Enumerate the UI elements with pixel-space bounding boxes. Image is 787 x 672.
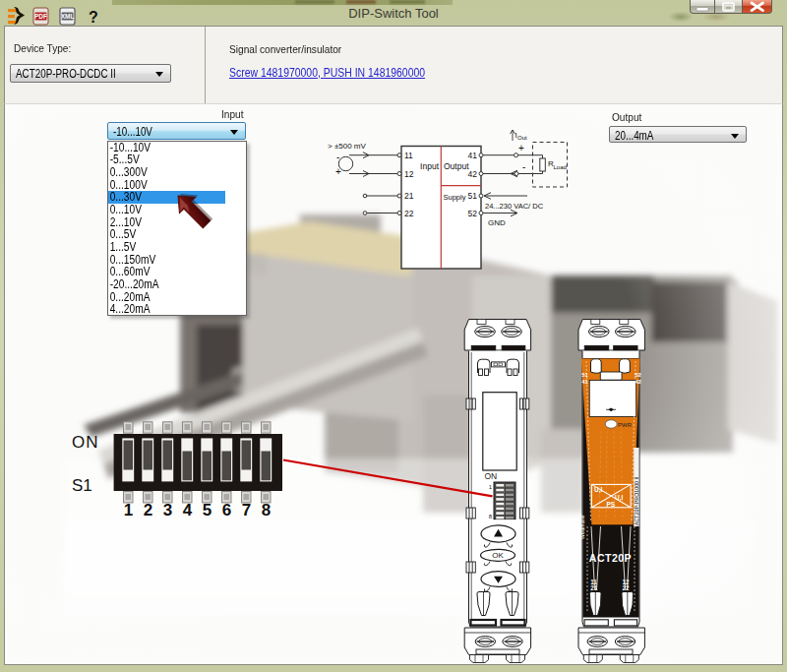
svg-text:52: 52 <box>468 209 478 218</box>
svg-text:42: 42 <box>635 379 640 385</box>
svg-text:22: 22 <box>623 584 631 591</box>
svg-text:22: 22 <box>404 209 414 218</box>
svg-text:5: 5 <box>203 501 212 519</box>
svg-text:Weidmüller: Weidmüller <box>579 515 585 539</box>
svg-text:12: 12 <box>404 169 414 179</box>
svg-text:3: 3 <box>163 501 172 519</box>
svg-text:ON: ON <box>485 471 498 481</box>
svg-text:XML: XML <box>61 13 75 20</box>
svg-text:41: 41 <box>581 379 588 385</box>
svg-text:U,I: U,I <box>594 486 603 494</box>
svg-text:-: - <box>336 152 339 162</box>
svg-text:?: ? <box>89 9 98 26</box>
svg-text:52: 52 <box>635 372 640 378</box>
svg-text:51: 51 <box>581 372 588 378</box>
svg-text:ACT20P-PRO1000 II: ACT20P-PRO1000 II <box>634 477 639 525</box>
svg-text:PS: PS <box>607 501 616 508</box>
svg-text:41: 41 <box>468 151 478 160</box>
svg-text:24...230 VAC/ DC: 24...230 VAC/ DC <box>485 202 544 211</box>
svg-text:8: 8 <box>262 501 271 519</box>
svg-text:Supply: Supply <box>444 193 466 202</box>
svg-text:42: 42 <box>468 169 478 179</box>
svg-text:> ±500 mV: > ±500 mV <box>328 142 367 151</box>
svg-text:6: 6 <box>222 501 231 519</box>
svg-text:51: 51 <box>468 191 478 201</box>
svg-text:Input: Input <box>420 161 440 171</box>
svg-text:GND: GND <box>488 218 506 227</box>
svg-text:21: 21 <box>590 584 598 591</box>
svg-text:+: + <box>518 143 524 153</box>
svg-text:4: 4 <box>183 501 193 519</box>
svg-text:+: + <box>335 166 341 177</box>
svg-text:Out: Out <box>517 135 527 141</box>
svg-text:PDF: PDF <box>34 13 47 20</box>
svg-text:-: - <box>522 161 525 172</box>
svg-text:PWR: PWR <box>618 422 633 428</box>
svg-text:1: 1 <box>124 501 133 519</box>
svg-text:7: 7 <box>242 501 251 519</box>
svg-text:Output: Output <box>444 161 469 171</box>
svg-text:Load: Load <box>554 164 567 170</box>
svg-text:OK: OK <box>492 551 504 560</box>
svg-text:21: 21 <box>404 191 414 201</box>
svg-text:2: 2 <box>144 501 152 519</box>
svg-text:U,I: U,I <box>615 494 624 502</box>
svg-text:11: 11 <box>404 151 413 160</box>
svg-text:ACT20P: ACT20P <box>589 552 632 564</box>
